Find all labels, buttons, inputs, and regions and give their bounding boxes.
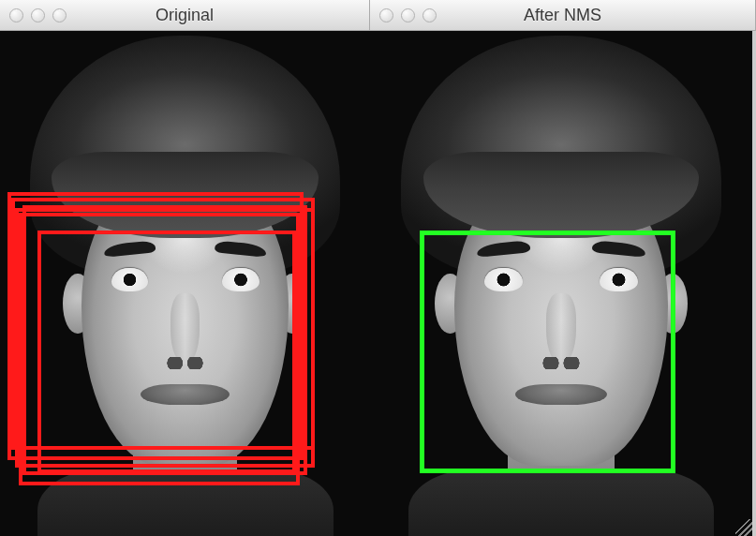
collar-shape bbox=[408, 470, 714, 536]
zoom-icon[interactable] bbox=[422, 8, 437, 22]
mouth-shape bbox=[515, 384, 607, 405]
close-icon[interactable] bbox=[9, 8, 23, 22]
minimize-icon[interactable] bbox=[401, 8, 415, 22]
titlebar-original[interactable]: Original bbox=[0, 0, 370, 31]
eye-right-shape bbox=[222, 268, 259, 290]
zoom-icon[interactable] bbox=[52, 8, 67, 22]
minimize-icon[interactable] bbox=[31, 8, 45, 22]
traffic-lights-after-nms bbox=[379, 8, 437, 22]
titlebar-after-nms[interactable]: After NMS bbox=[370, 0, 756, 31]
eye-left-shape bbox=[111, 268, 149, 290]
content-after-nms bbox=[370, 31, 756, 536]
content-original bbox=[0, 31, 370, 536]
window-after-nms: After NMS bbox=[370, 0, 756, 536]
resize-handle-icon[interactable] bbox=[735, 519, 752, 536]
nose-shape bbox=[170, 293, 200, 364]
eye-right-shape bbox=[600, 268, 638, 290]
image-after-nms bbox=[370, 31, 752, 536]
eye-left-shape bbox=[484, 268, 523, 290]
nose-shape bbox=[546, 293, 577, 364]
nostrils-shape bbox=[541, 357, 583, 369]
image-original bbox=[0, 31, 370, 536]
traffic-lights-original bbox=[9, 8, 67, 22]
mouth-shape bbox=[141, 384, 230, 405]
close-icon[interactable] bbox=[379, 8, 393, 22]
nostrils-shape bbox=[165, 357, 205, 369]
collar-shape bbox=[37, 470, 334, 536]
window-original: Original bbox=[0, 0, 370, 536]
